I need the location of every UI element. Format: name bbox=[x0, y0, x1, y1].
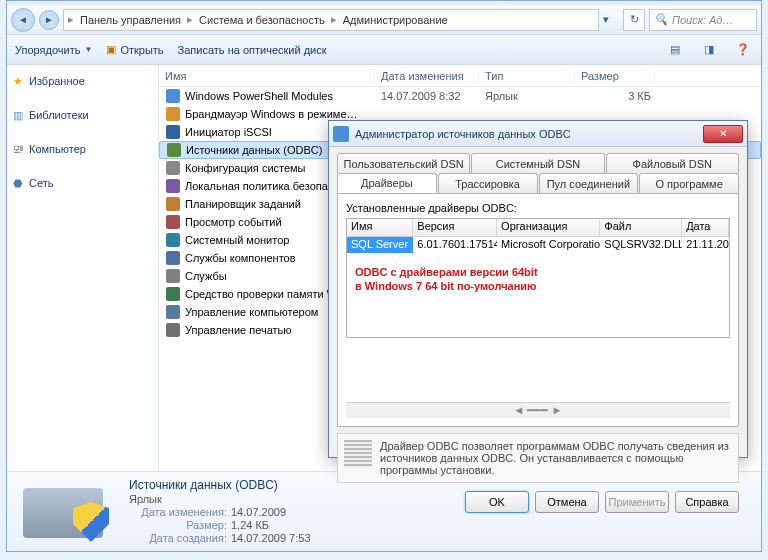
odbc-admin-dialog: Администратор источников данных ODBC ✕ П… bbox=[328, 120, 748, 458]
file-icon bbox=[165, 322, 181, 338]
info-panel: Драйвер ODBC позволяет программам ODBC п… bbox=[337, 433, 739, 483]
odbc-icon bbox=[333, 126, 349, 142]
sidebar-computer[interactable]: 🖳Компьютер bbox=[7, 139, 158, 159]
computer-icon: 🖳 bbox=[13, 143, 24, 155]
file-icon bbox=[165, 286, 181, 302]
details-icon bbox=[17, 478, 117, 544]
file-name: Брандмауэр Windows в режиме… bbox=[185, 108, 381, 120]
help-button[interactable]: ❓ bbox=[733, 40, 753, 60]
sidebar-network[interactable]: ⬣Сеть bbox=[7, 173, 158, 193]
breadcrumb-seg[interactable]: Система и безопасность bbox=[195, 14, 329, 26]
info-icon bbox=[344, 440, 372, 468]
ok-button[interactable]: OK bbox=[465, 491, 529, 513]
breadcrumb-seg[interactable]: Администрирование bbox=[339, 14, 452, 26]
cancel-button[interactable]: Отмена bbox=[535, 491, 599, 513]
search-input[interactable]: 🔍 Поиск: Ад… bbox=[649, 9, 757, 31]
star-icon: ★ bbox=[13, 75, 23, 88]
dialog-title: Администратор источников данных ODBC bbox=[355, 128, 697, 140]
file-icon bbox=[165, 214, 181, 230]
libraries-icon: ▥ bbox=[13, 109, 23, 122]
file-icon bbox=[165, 268, 181, 284]
tab-about[interactable]: О программе bbox=[639, 173, 739, 193]
sidebar-favorites[interactable]: ★Избранное bbox=[7, 71, 158, 91]
preview-pane-button[interactable]: ◨ bbox=[699, 40, 719, 60]
file-icon bbox=[165, 304, 181, 320]
apply-button[interactable]: Применить bbox=[605, 491, 669, 513]
file-icon bbox=[165, 106, 181, 122]
dialog-titlebar[interactable]: Администратор источников данных ODBC ✕ bbox=[329, 121, 747, 147]
file-icon bbox=[165, 232, 181, 248]
file-icon bbox=[165, 124, 181, 140]
file-icon bbox=[165, 160, 181, 176]
open-button[interactable]: ▣Открыть bbox=[106, 43, 163, 56]
nav-back-button[interactable]: ◄ bbox=[11, 8, 35, 32]
tab-panel: Установленные драйверы ODBC: Имя Версия … bbox=[337, 193, 739, 427]
tab-file-dsn[interactable]: Файловый DSN bbox=[606, 153, 739, 173]
refresh-button[interactable]: ↻ bbox=[623, 9, 645, 31]
file-icon bbox=[165, 178, 181, 194]
tab-drivers[interactable]: Драйверы bbox=[337, 173, 437, 193]
search-icon: 🔍 bbox=[654, 13, 668, 26]
horizontal-scrollbar[interactable]: ◄ ━━━ ► bbox=[346, 402, 730, 418]
annotation-overlay: ODBC с драйверами версии 64bit в Windows… bbox=[347, 265, 729, 294]
close-button[interactable]: ✕ bbox=[703, 125, 743, 143]
file-icon bbox=[165, 88, 181, 104]
file-icon bbox=[166, 142, 182, 158]
col-name[interactable]: Имя bbox=[159, 70, 375, 82]
tab-pooling[interactable]: Пул соединений bbox=[539, 173, 639, 193]
network-icon: ⬣ bbox=[13, 177, 23, 190]
breadcrumb[interactable]: ▸ Панель управления ▸ Система и безопасн… bbox=[63, 9, 599, 31]
column-headers[interactable]: Имя Дата изменения Тип Размер bbox=[159, 65, 761, 87]
details-type: Ярлык bbox=[129, 493, 311, 505]
driver-row[interactable]: SQL Server 6.01.7601.17514 Microsoft Cor… bbox=[347, 237, 729, 253]
installed-drivers-label: Установленные драйверы ODBC: bbox=[346, 202, 730, 214]
file-row[interactable]: Windows PowerShell Modules14.07.2009 8:3… bbox=[159, 87, 761, 105]
nav-forward-button[interactable]: ► bbox=[39, 10, 59, 30]
file-name: Windows PowerShell Modules bbox=[185, 90, 381, 102]
organize-menu[interactable]: Упорядочить▼ bbox=[15, 44, 92, 56]
col-date[interactable]: Дата изменения bbox=[375, 70, 479, 82]
col-type[interactable]: Тип bbox=[479, 70, 575, 82]
breadcrumb-seg[interactable]: Панель управления bbox=[76, 14, 185, 26]
col-size[interactable]: Размер bbox=[575, 70, 655, 82]
view-options-button[interactable]: ▤ bbox=[665, 40, 685, 60]
tab-user-dsn[interactable]: Пользовательский DSN bbox=[337, 153, 470, 173]
driver-list[interactable]: Имя Версия Организация Файл Дата SQL Ser… bbox=[346, 218, 730, 338]
details-title: Источники данных (ODBC) bbox=[129, 478, 311, 492]
navigation-pane: ★Избранное ▥Библиотеки 🖳Компьютер ⬣Сеть bbox=[7, 65, 159, 471]
help-button[interactable]: Справка bbox=[675, 491, 739, 513]
file-icon bbox=[165, 250, 181, 266]
toolbar: Упорядочить▼ ▣Открыть Записать на оптиче… bbox=[7, 35, 761, 65]
address-bar: ◄ ► ▸ Панель управления ▸ Система и безо… bbox=[7, 5, 761, 35]
burn-button[interactable]: Записать на оптический диск bbox=[178, 44, 327, 56]
tab-system-dsn[interactable]: Системный DSN bbox=[471, 153, 604, 173]
file-icon bbox=[165, 196, 181, 212]
tab-tracing[interactable]: Трассировка bbox=[438, 173, 538, 193]
sidebar-libraries[interactable]: ▥Библиотеки bbox=[7, 105, 158, 125]
